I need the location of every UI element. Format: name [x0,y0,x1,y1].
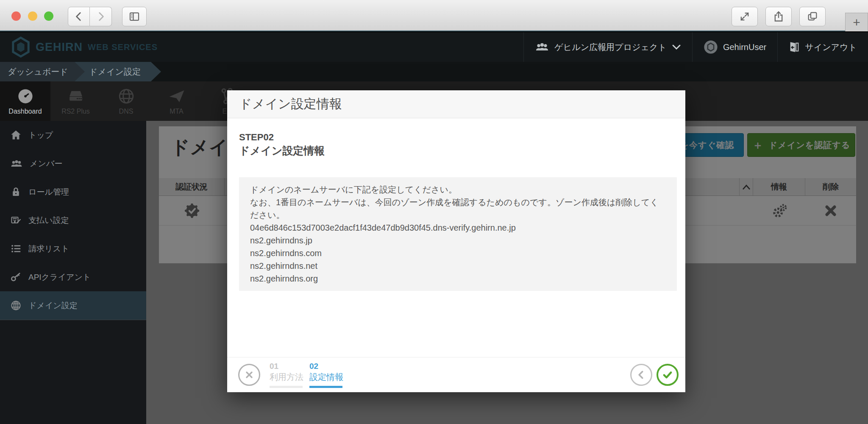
zoom-window-button[interactable] [44,11,53,21]
modal-footer: 01 利用方法 02 設定情報 [227,357,685,392]
column-info[interactable]: 情報 [753,178,805,195]
paper-plane-icon [168,87,186,105]
info-line: ドメインのネームサーバに下記を設定してください。 [250,183,666,196]
avatar-icon [704,40,718,54]
chevron-up-icon [742,183,751,191]
chevron-down-icon [672,44,681,50]
hexagon-logo-icon [11,36,31,58]
delete-x-icon[interactable] [823,203,838,218]
wizard-steps: 01 利用方法 02 設定情報 [270,362,342,388]
sidebar-item-payment[interactable]: 支払い設定 [0,206,146,234]
modal-header: ドメイン設定情報 [227,90,685,118]
nav-item-rs2plus[interactable]: RS2 Plus [50,81,101,121]
close-x-icon [244,370,254,380]
nav-label: Dashboard [8,108,42,115]
breadcrumb-domain-settings[interactable]: ドメイン設定 [75,62,161,81]
sidebar-item-domain-settings[interactable]: ドメイン設定 [0,291,146,320]
dashboard-icon [17,87,34,105]
gehirn-logo[interactable]: GEHIRN WEB SERVICES [11,36,158,58]
sidebar-item-top[interactable]: トップ [0,121,146,149]
sidebar-item-members[interactable]: メンバー [0,149,146,178]
plus-icon: + [853,15,860,30]
info-line: ns2.gehirndns.com [250,247,666,259]
user-name: GehirnUser [723,42,766,52]
signout-door-icon [789,41,800,53]
modal-confirm-button[interactable] [657,364,679,386]
chevron-left-icon [636,369,647,380]
step-underline [270,386,303,388]
brand-subtitle: WEB SERVICES [88,42,158,52]
check-icon [661,368,674,381]
fullscreen-button[interactable] [732,7,758,26]
user-menu[interactable]: GehirnUser [692,32,777,62]
step-underline [309,386,342,388]
modal-title: ドメイン設定情報 [239,95,342,113]
minimize-window-button[interactable] [28,11,37,21]
nav-label: DNS [119,108,134,115]
sidebar-item-roles[interactable]: ロール管理 [0,178,146,206]
fullscreen-icon [739,11,751,22]
column-delete[interactable]: 削除 [805,178,856,195]
domain-settings-modal: ドメイン設定情報 STEP02 ドメイン設定情報 ドメインのネームサーバに下記を… [227,90,685,392]
nav-item-dashboard[interactable]: Dashboard [0,81,50,121]
chevron-right-icon [95,11,106,22]
step-title: ドメイン設定情報 [239,144,677,158]
browser-chrome: + [0,0,868,31]
globe-grid-icon [10,300,22,311]
server-icon [67,87,85,105]
modal-back-button[interactable] [630,364,652,386]
share-button[interactable] [765,7,792,26]
globe-icon [117,87,135,105]
modal-body: STEP02 ドメイン設定情報 ドメインのネームサーバに下記を設定してください。… [227,118,685,291]
info-line: ns2.gehirndns.net [250,259,666,272]
verify-domain-button[interactable]: ＋ ドメインを認証する [747,133,855,157]
new-tab-button[interactable]: + [845,13,868,31]
browser-forward-button[interactable] [90,7,112,26]
app-header: GEHIRN WEB SERVICES ゲヒルン広報用プロジェクト Gehirn… [0,32,868,62]
info-line: ns2.gehirndns.jp [250,234,666,247]
list-icon [10,243,22,254]
sidebar-toggle-icon [128,10,141,23]
nav-item-mta[interactable]: MTA [151,81,202,121]
sidebar-label: 支払い設定 [28,215,69,226]
signout-button[interactable]: サインアウト [777,32,868,62]
sidebar-item-invoices[interactable]: 請求リスト [0,234,146,263]
nav-item-dns[interactable]: DNS [101,81,151,121]
home-icon [10,129,22,141]
nav-label: RS2 Plus [61,108,90,115]
tab-overview-button[interactable] [799,7,826,26]
info-cell [753,196,805,225]
column-sort[interactable] [740,178,753,195]
breadcrumb-dashboard[interactable]: ダッシュボード [0,62,85,81]
key-icon [10,271,22,283]
modal-close-button[interactable] [238,364,260,386]
sidebar-label: メンバー [30,158,62,169]
tabs-icon [807,11,818,22]
badge-check-icon [184,202,200,219]
browser-back-button[interactable] [68,7,90,26]
info-line: なお、1番目のネームサーバは、今回のゾーン作成を確認するためのものです。ゾーン作… [250,196,666,221]
nameserver-info-box: ドメインのネームサーバに下記を設定してください。 なお、1番目のネームサーバは、… [239,177,677,291]
app-viewport: GEHIRN WEB SERVICES ゲヒルン広報用プロジェクト Gehirn… [0,32,868,424]
sidebar-label: ロール管理 [28,187,69,198]
chevron-left-icon [73,11,84,22]
sidebar-label: トップ [28,130,53,141]
sidebar-divider [0,320,146,320]
project-selector[interactable]: ゲヒルン広報用プロジェクト [523,32,692,62]
step-02-settings[interactable]: 02 設定情報 [309,362,342,388]
people-icon [535,42,549,53]
lock-icon [10,186,22,198]
gears-icon[interactable] [771,202,788,219]
column-status[interactable]: 認証状況 [159,178,225,195]
step-01-usage[interactable]: 01 利用方法 [270,362,303,388]
sidebar: トップ メンバー ロール管理 支払い設定 請求リスト APIクライアント ドメイ… [0,121,146,424]
project-name: ゲヒルン広報用プロジェクト [554,42,667,53]
nav-label: MTA [170,108,184,115]
sidebar-label: APIクライアント [28,272,91,283]
close-window-button[interactable] [11,11,21,21]
plus-icon: ＋ [752,138,764,153]
sidebar-toggle-button[interactable] [122,7,147,26]
share-icon [773,11,785,22]
sidebar-label: 請求リスト [28,243,69,254]
sidebar-item-api-clients[interactable]: APIクライアント [0,263,146,291]
